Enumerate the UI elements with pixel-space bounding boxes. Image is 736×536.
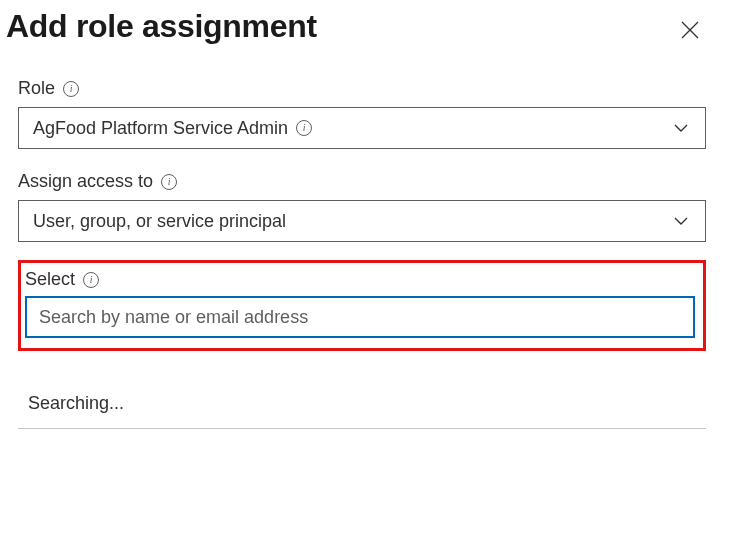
chevron-down-icon [671, 118, 691, 138]
role-dropdown[interactable]: AgFood Platform Service Admin i [18, 107, 706, 149]
select-search-input[interactable] [25, 296, 695, 338]
assign-access-label: Assign access to [18, 171, 153, 192]
assign-access-dropdown[interactable]: User, group, or service principal [18, 200, 706, 242]
role-label: Role [18, 78, 55, 99]
search-status-block: Searching... [18, 393, 706, 429]
select-highlight: Select i [18, 260, 706, 351]
info-icon[interactable]: i [296, 120, 312, 136]
assign-access-field: Assign access to i User, group, or servi… [18, 171, 706, 242]
info-icon[interactable]: i [83, 272, 99, 288]
select-label: Select [25, 269, 75, 290]
assign-access-dropdown-value: User, group, or service principal [33, 211, 286, 232]
page-title: Add role assignment [6, 8, 317, 45]
searching-text: Searching... [18, 393, 706, 414]
info-icon[interactable]: i [161, 174, 177, 190]
close-icon [680, 20, 700, 40]
form-body: Role i AgFood Platform Service Admin i A… [0, 46, 736, 351]
role-field: Role i AgFood Platform Service Admin i [18, 78, 706, 149]
close-button[interactable] [674, 14, 706, 46]
info-icon[interactable]: i [63, 81, 79, 97]
chevron-down-icon [671, 211, 691, 231]
role-dropdown-value: AgFood Platform Service Admin [33, 118, 288, 139]
